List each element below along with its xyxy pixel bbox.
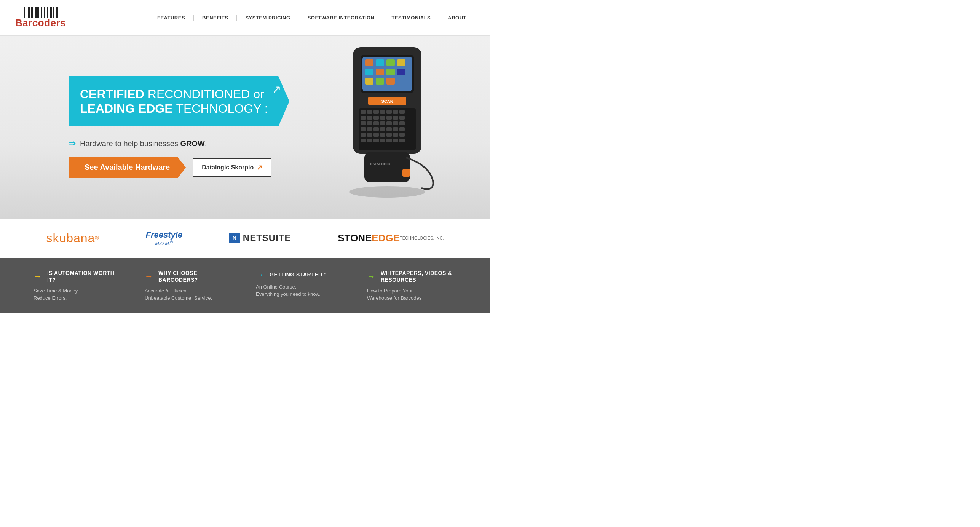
svg-rect-57 (373, 121, 379, 125)
svg-rect-67 (393, 127, 398, 131)
svg-rect-81 (393, 139, 398, 142)
svg-rect-3 (28, 7, 29, 18)
bottom-automation-header: → IS AUTOMATION WORTH IT? (34, 270, 123, 283)
svg-rect-22 (56, 7, 57, 18)
svg-rect-33 (386, 69, 395, 75)
stone-text: STONE (338, 233, 372, 243)
bottom-why-barcoders: → WHY CHOOSE BARCODERS? Accurate & Effic… (134, 270, 245, 302)
datalogic-button[interactable]: Datalogic Skorpio ↗ (193, 158, 271, 177)
svg-rect-79 (380, 139, 385, 142)
svg-rect-48 (361, 116, 366, 120)
hero-section: CERTIFIED RECONDITIONED or LEADING EDGE … (0, 36, 490, 219)
svg-rect-29 (386, 59, 395, 66)
svg-rect-60 (393, 121, 398, 125)
svg-rect-27 (365, 59, 373, 66)
svg-rect-37 (386, 78, 395, 85)
logo-text: Barcoders (15, 18, 66, 29)
svg-rect-58 (380, 121, 385, 125)
logo-area: Barcoders (15, 7, 66, 29)
edge-text: EDGE (372, 233, 400, 243)
svg-rect-83 (364, 152, 410, 182)
partner-skubana: skubana ® (46, 231, 99, 245)
why-title: WHY CHOOSE BARCODERS? (158, 270, 234, 283)
svg-rect-15 (46, 7, 46, 18)
see-hardware-button[interactable]: See Available Hardware (69, 157, 186, 178)
why-arrow-icon: → (145, 271, 153, 281)
svg-rect-55 (361, 121, 366, 125)
svg-rect-10 (38, 7, 39, 18)
nav-benefits[interactable]: BENEFITS (194, 15, 237, 21)
svg-rect-77 (367, 139, 372, 142)
getting-title: GETTING STARTED : (270, 271, 326, 278)
datalogic-label: Datalogic Skorpio (202, 164, 254, 171)
scanner-device-svg: SCAN (330, 43, 444, 203)
svg-rect-4 (29, 7, 30, 18)
svg-rect-45 (386, 110, 392, 114)
svg-rect-73 (386, 133, 392, 137)
tagline-grow: GROW (180, 139, 204, 148)
nav-features[interactable]: FEATURES (149, 15, 194, 21)
banner-reconditioned: RECONDITIONED or (148, 87, 264, 101)
svg-rect-78 (373, 139, 379, 142)
freestyle-sub-text: M.O.M.® (155, 240, 173, 246)
svg-rect-76 (361, 139, 366, 142)
svg-rect-35 (365, 78, 373, 85)
svg-rect-75 (399, 133, 405, 137)
svg-rect-41 (361, 110, 366, 114)
svg-rect-49 (367, 116, 372, 120)
partners-section: skubana ® Freestyle M.O.M.® N NETSUITE S… (0, 219, 490, 258)
banner-certified: CERTIFIED (80, 87, 144, 101)
svg-rect-1 (26, 7, 26, 18)
svg-rect-8 (35, 7, 37, 18)
tagline-arrow-icon: ⇒ (69, 139, 75, 149)
svg-rect-62 (361, 127, 366, 131)
banner-technology: TECHNOLOGY : (176, 102, 268, 115)
svg-rect-7 (34, 7, 34, 18)
hero-banner-title: CERTIFIED RECONDITIONED or LEADING EDGE … (80, 87, 270, 116)
bottom-whitepapers: → WHITEPAPERS, VIDEOS & RESOURCES How to… (356, 270, 467, 302)
partner-netsuite: N NETSUITE (229, 233, 291, 243)
svg-rect-54 (399, 116, 405, 120)
automation-title: IS AUTOMATION WORTH IT? (47, 270, 123, 283)
svg-text:DATALOGIC: DATALOGIC (370, 162, 390, 166)
svg-rect-70 (367, 133, 372, 137)
svg-rect-36 (376, 78, 384, 85)
nav-testimonials[interactable]: TESTIMONIALS (383, 15, 440, 21)
svg-rect-53 (393, 116, 398, 120)
svg-rect-84 (402, 169, 410, 177)
svg-rect-5 (31, 7, 32, 18)
whitepapers-arrow-icon: → (367, 271, 375, 281)
nav-software-integration[interactable]: SOFTWARE INTEGRATION (299, 15, 383, 21)
netsuite-logo-text: NETSUITE (243, 233, 291, 243)
freestyle-logo-text: Freestyle (145, 230, 182, 240)
automation-desc: Save Time & Money.Reduce Errors. (34, 287, 123, 302)
getting-desc: An Online Course.Everything you need to … (256, 283, 345, 298)
barcode-icon (24, 7, 58, 18)
bottom-automation: → IS AUTOMATION WORTH IT? Save Time & Mo… (23, 270, 134, 302)
hero-device-image: SCAN (315, 43, 460, 203)
hero-buttons: See Available Hardware Datalogic Skorpio… (69, 157, 289, 178)
svg-rect-69 (361, 133, 366, 137)
svg-rect-56 (367, 121, 372, 125)
bottom-why-header: → WHY CHOOSE BARCODERS? (145, 270, 234, 283)
svg-rect-19 (51, 7, 52, 18)
svg-rect-80 (386, 139, 392, 142)
nav-about[interactable]: ABOUT (439, 15, 475, 21)
netsuite-icon: N (229, 233, 240, 243)
svg-rect-52 (386, 116, 392, 120)
svg-rect-32 (376, 69, 384, 75)
skubana-logo-text: skubana (46, 231, 95, 245)
banner-arrow-icon: ↗ (272, 83, 281, 96)
svg-rect-28 (376, 59, 384, 66)
nav-system-pricing[interactable]: SYSTEM PRICING (237, 15, 299, 21)
svg-rect-46 (393, 110, 398, 114)
hero-content: CERTIFIED RECONDITIONED or LEADING EDGE … (69, 76, 289, 178)
svg-rect-14 (44, 7, 45, 18)
main-nav: FEATURES BENEFITS SYSTEM PRICING SOFTWAR… (149, 15, 475, 21)
svg-rect-63 (367, 127, 372, 131)
why-desc: Accurate & Efficient.Unbeatable Customer… (145, 287, 234, 302)
svg-rect-12 (41, 7, 42, 18)
svg-rect-65 (380, 127, 385, 131)
svg-rect-82 (399, 139, 405, 142)
svg-rect-21 (55, 7, 55, 18)
